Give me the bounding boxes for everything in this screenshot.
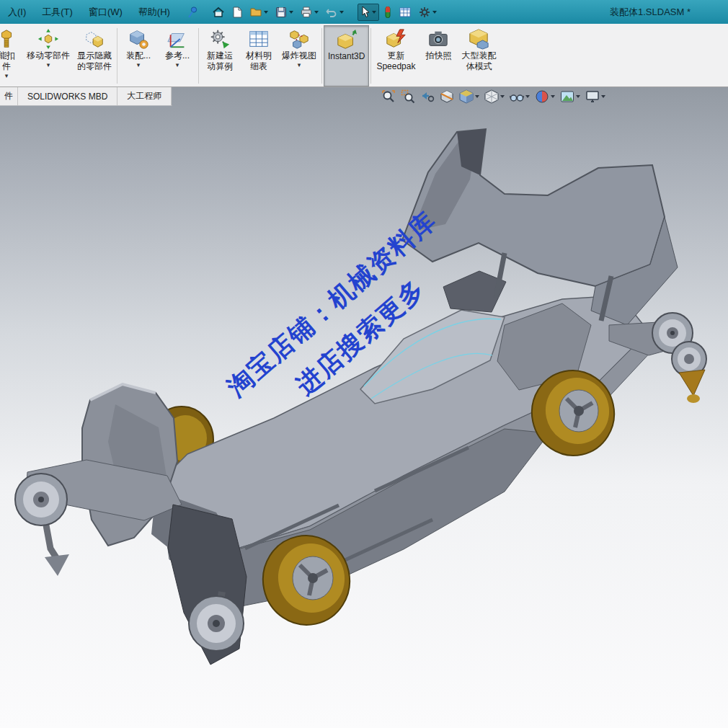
quick-access-toolbar — [210, 4, 439, 21]
dropdown-caret — [47, 61, 50, 68]
apply-scene-icon[interactable] — [559, 89, 581, 105]
dropdown-caret — [289, 11, 293, 14]
xpress-table-icon[interactable] — [396, 4, 414, 20]
menu-help[interactable]: 帮助(H) — [130, 0, 178, 24]
ribbon-button-assembly-features[interactable]: 装配... — [119, 25, 158, 86]
menu-tools[interactable]: 工具(T) — [34, 0, 81, 24]
resource-monitor-icon[interactable] — [381, 4, 394, 20]
undo-icon[interactable] — [323, 4, 346, 20]
dropdown-caret — [551, 95, 555, 98]
print-icon[interactable] — [298, 4, 321, 20]
ribbon-button-label: 装配... — [126, 50, 151, 61]
document-title: 装配体1.SLDASM * — [610, 6, 691, 19]
commandmanager-tabstrip: 件 SOLIDWORKS MBD 大工程师 — [0, 87, 172, 106]
menu-window[interactable]: 窗口(W) — [81, 0, 130, 24]
heads-up-view-toolbar — [381, 89, 606, 105]
ribbon-button-label: 动算例 — [207, 61, 233, 72]
new-document-icon[interactable] — [229, 4, 245, 20]
tab-label: 大工程师 — [127, 90, 161, 102]
dropdown-caret — [339, 11, 344, 14]
dropdown-caret — [372, 11, 376, 14]
graphics-viewport[interactable]: 淘宝店铺：机械资料库 进店搜索更多 — [0, 87, 728, 728]
ribbon-button-label: 显示隐藏 — [77, 50, 112, 61]
ribbon-button-label: 件 — [2, 61, 11, 72]
command-ribbon: 能扣 件 移动零部件 显示隐藏 的零部件 装配... 参考... — [0, 24, 728, 87]
ribbon-button-label: 细表 — [250, 61, 267, 72]
dropdown-caret — [5, 72, 9, 79]
ribbon-button-new-motion-study[interactable]: 新建运 动算例 — [200, 25, 239, 86]
zoom-to-fit-icon[interactable] — [381, 89, 396, 105]
ribbon-button-label: Instant3D — [328, 51, 365, 62]
display-style-icon[interactable] — [484, 89, 505, 105]
previous-view-icon[interactable] — [420, 89, 435, 105]
hide-show-items-icon[interactable] — [509, 89, 531, 105]
options-gear-icon[interactable] — [416, 4, 439, 20]
tab-solidworks-mbd[interactable]: SOLIDWORKS MBD — [18, 87, 117, 105]
zoom-to-area-icon[interactable] — [400, 89, 416, 105]
ribbon-button-label: 参考... — [165, 50, 190, 61]
dropdown-caret — [176, 61, 179, 68]
ribbon-button-label: 的零部件 — [77, 61, 112, 72]
dropdown-caret — [576, 95, 580, 98]
dropdown-caret — [525, 95, 530, 98]
bill-of-materials-icon — [248, 27, 270, 50]
titlebar: 入(I) 工具(T) 窗口(W) 帮助(H) — [0, 0, 728, 24]
ribbon-separator — [321, 28, 322, 84]
dropdown-caret — [264, 11, 268, 14]
ribbon-button-reference-geometry[interactable]: 参考... — [158, 25, 197, 86]
dropdown-caret — [298, 61, 301, 68]
menu-label: 工具(T) — [42, 6, 73, 19]
pin-icon[interactable] — [187, 6, 198, 19]
select-cursor-icon[interactable] — [358, 4, 379, 21]
tab-da-gong-cheng-shi[interactable]: 大工程师 — [117, 87, 172, 105]
exploded-view-icon — [288, 27, 310, 50]
ribbon-button-exploded-view[interactable]: 爆炸视图 — [278, 25, 320, 86]
view-settings-icon[interactable] — [585, 89, 606, 105]
ribbon-button-move-component[interactable]: 移动零部件 — [23, 25, 74, 86]
ribbon-button-label: 体模式 — [466, 61, 492, 72]
ribbon-button-label: 拍快照 — [425, 50, 451, 61]
update-speedpak-icon — [385, 27, 407, 50]
tab-truncated[interactable]: 件 — [0, 87, 18, 105]
ribbon-button-update-speedpak[interactable]: 更新 Speedpak — [373, 25, 419, 86]
ribbon-separator — [117, 28, 117, 84]
ribbon-button-bill-of-materials[interactable]: 材料明 细表 — [239, 25, 278, 86]
take-snapshot-icon — [427, 27, 449, 50]
smart-fasteners-icon — [0, 27, 17, 50]
ribbon-button-label: 材料明 — [246, 50, 272, 61]
edit-appearance-icon[interactable] — [534, 89, 556, 105]
dropdown-caret — [601, 95, 605, 98]
large-assembly-mode-icon — [468, 27, 489, 50]
ribbon-button-label: 新建运 — [207, 50, 233, 61]
ribbon-separator — [198, 28, 199, 84]
ribbon-button-label: 移动零部件 — [27, 50, 70, 61]
menu-label: 窗口(W) — [89, 6, 123, 19]
show-hidden-components-icon — [84, 27, 105, 50]
ribbon-button-instant3d[interactable]: Instant3D — [324, 25, 369, 86]
ribbon-button-large-assembly-mode[interactable]: 大型装配 体模式 — [458, 25, 500, 86]
dropdown-caret — [500, 95, 505, 98]
home-icon[interactable] — [210, 4, 227, 20]
menu-insert[interactable]: 入(I) — [0, 0, 34, 24]
ribbon-button-show-hidden-components[interactable]: 显示隐藏 的零部件 — [74, 25, 115, 86]
view-orientation-icon[interactable] — [458, 89, 480, 105]
section-view-icon[interactable] — [439, 89, 455, 105]
save-icon[interactable] — [272, 4, 296, 20]
open-icon[interactable] — [247, 4, 270, 20]
3d-model-mini4wd[interactable] — [0, 87, 728, 728]
dropdown-caret — [137, 61, 141, 68]
ribbon-button-label: Speedpak — [376, 61, 415, 72]
ribbon-button-smart-fasteners[interactable]: 能扣 件 — [0, 25, 23, 86]
ribbon-button-take-snapshot[interactable]: 拍快照 — [419, 25, 458, 86]
menu-label: 入(I) — [8, 6, 26, 19]
roller-rear-right — [652, 313, 706, 403]
dropdown-caret — [475, 95, 479, 98]
tab-label: 件 — [4, 90, 13, 102]
dropdown-caret — [314, 11, 319, 14]
dropdown-caret — [432, 11, 437, 14]
menu-label: 帮助(H) — [138, 6, 170, 19]
instant3d-icon — [336, 28, 358, 51]
ribbon-button-label: 更新 — [387, 50, 404, 61]
ribbon-button-label: 爆炸视图 — [282, 50, 316, 61]
reference-geometry-icon — [167, 27, 188, 50]
